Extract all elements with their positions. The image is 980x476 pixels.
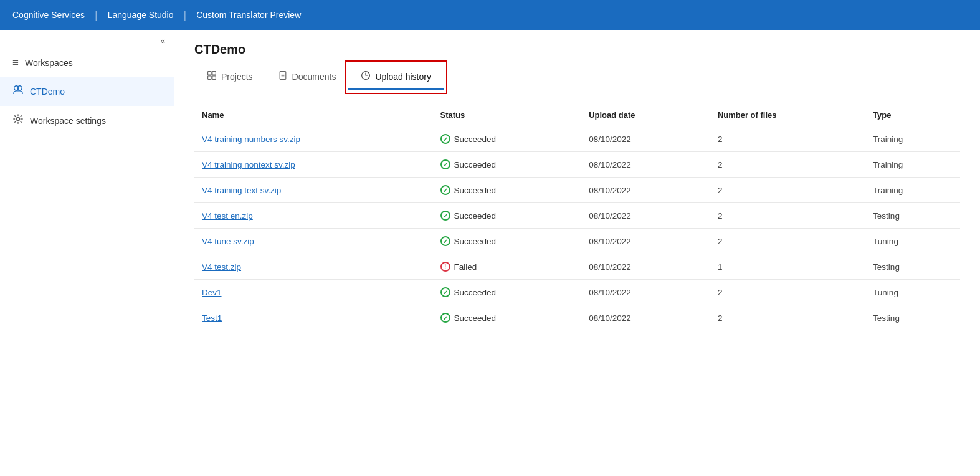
status-success-icon: ✓ bbox=[440, 313, 450, 323]
svg-point-2 bbox=[16, 117, 19, 120]
cell-num-files: 1 bbox=[710, 254, 865, 280]
nav-custom-translator[interactable]: Custom Translator Preview bbox=[196, 10, 301, 20]
cell-status: ✓Succeeded bbox=[433, 152, 582, 178]
nav-sep-1: | bbox=[95, 9, 98, 22]
cell-type: Training bbox=[865, 126, 960, 152]
cell-name[interactable]: Dev1 bbox=[194, 280, 433, 305]
status-text: Succeeded bbox=[454, 288, 497, 297]
nav-language-studio[interactable]: Language Studio bbox=[108, 10, 174, 20]
table-row: V4 test en.zip✓Succeeded08/10/20222Testi… bbox=[194, 203, 960, 229]
sidebar-item-ctdemo[interactable]: CTDemo bbox=[0, 77, 174, 106]
cell-upload-date: 08/10/2022 bbox=[581, 229, 710, 254]
documents-tab-icon bbox=[278, 70, 288, 82]
cell-num-files: 2 bbox=[710, 152, 865, 178]
sidebar-item-workspaces[interactable]: ≡ Workspaces bbox=[0, 49, 174, 77]
upload-history-table: Name Status Upload date Number of files … bbox=[194, 105, 960, 330]
cell-name[interactable]: V4 test.zip bbox=[194, 254, 433, 280]
svg-rect-3 bbox=[208, 72, 212, 75]
svg-rect-4 bbox=[212, 72, 216, 75]
cell-name[interactable]: Test1 bbox=[194, 305, 433, 331]
sidebar-collapse-button[interactable]: « bbox=[0, 30, 174, 49]
cell-upload-date: 08/10/2022 bbox=[581, 126, 710, 152]
status-text: Succeeded bbox=[454, 211, 497, 221]
status-text: Failed bbox=[454, 262, 477, 272]
col-header-upload-date: Upload date bbox=[581, 105, 710, 126]
cell-type: Tuning bbox=[865, 280, 960, 305]
col-header-num-files: Number of files bbox=[710, 105, 865, 126]
table-row: V4 training nontext sv.zip✓Succeeded08/1… bbox=[194, 152, 960, 178]
status-success-icon: ✓ bbox=[440, 287, 450, 297]
cell-status: !Failed bbox=[433, 254, 582, 280]
table-row: V4 test.zip!Failed08/10/20221Testing bbox=[194, 254, 960, 280]
status-text: Succeeded bbox=[454, 135, 497, 144]
col-header-name: Name bbox=[194, 105, 433, 126]
cell-type: Training bbox=[865, 178, 960, 203]
table-row: Dev1✓Succeeded08/10/20222Tuning bbox=[194, 280, 960, 305]
cell-name[interactable]: V4 training nontext sv.zip bbox=[194, 152, 433, 178]
tab-documents-label: Documents bbox=[292, 72, 336, 82]
cell-status: ✓Succeeded bbox=[433, 280, 582, 305]
workspaces-icon: ≡ bbox=[12, 57, 19, 69]
sidebar-item-label-ctdemo: CTDemo bbox=[30, 87, 65, 97]
cell-name[interactable]: V4 training text sv.zip bbox=[194, 178, 433, 203]
cell-status: ✓Succeeded bbox=[433, 305, 582, 331]
status-text: Succeeded bbox=[454, 237, 497, 246]
svg-rect-7 bbox=[280, 72, 286, 80]
table-row: V4 training numbers sv.zip✓Succeeded08/1… bbox=[194, 126, 960, 152]
top-nav: Cognitive Services | Language Studio | C… bbox=[0, 0, 980, 30]
content-header: CTDemo Projects bbox=[174, 30, 980, 90]
projects-tab-icon bbox=[207, 70, 217, 82]
sidebar: « ≡ Workspaces CTDemo Works bbox=[0, 30, 174, 476]
cell-status: ✓Succeeded bbox=[433, 229, 582, 254]
sidebar-item-label-workspaces: Workspaces bbox=[25, 58, 73, 68]
cell-type: Testing bbox=[865, 254, 960, 280]
ctdemo-icon bbox=[12, 84, 24, 98]
status-success-icon: ✓ bbox=[440, 185, 450, 195]
cell-name[interactable]: V4 test en.zip bbox=[194, 203, 433, 229]
status-success-icon: ✓ bbox=[440, 236, 450, 246]
main-content: CTDemo Projects bbox=[174, 30, 980, 476]
status-success-icon: ✓ bbox=[440, 159, 450, 169]
cell-num-files: 2 bbox=[710, 203, 865, 229]
cell-upload-date: 08/10/2022 bbox=[581, 254, 710, 280]
tab-upload-history[interactable]: Upload history bbox=[348, 64, 444, 90]
sidebar-item-label-workspace-settings: Workspace settings bbox=[30, 116, 106, 126]
tab-projects[interactable]: Projects bbox=[194, 64, 265, 90]
cell-upload-date: 08/10/2022 bbox=[581, 280, 710, 305]
workspace-title: CTDemo bbox=[194, 42, 960, 57]
cell-type: Tuning bbox=[865, 229, 960, 254]
status-failed-icon: ! bbox=[440, 262, 450, 272]
svg-point-1 bbox=[17, 86, 22, 90]
cell-upload-date: 08/10/2022 bbox=[581, 305, 710, 331]
nav-sep-2: | bbox=[184, 9, 187, 22]
status-text: Succeeded bbox=[454, 313, 497, 323]
cell-name[interactable]: V4 tune sv.zip bbox=[194, 229, 433, 254]
sidebar-item-workspace-settings[interactable]: Workspace settings bbox=[0, 106, 174, 135]
cell-status: ✓Succeeded bbox=[433, 126, 582, 152]
tab-projects-label: Projects bbox=[221, 72, 253, 82]
workspace-settings-icon bbox=[12, 113, 24, 128]
status-success-icon: ✓ bbox=[440, 211, 450, 221]
table-row: V4 tune sv.zip✓Succeeded08/10/20222Tunin… bbox=[194, 229, 960, 254]
cell-upload-date: 08/10/2022 bbox=[581, 203, 710, 229]
cell-upload-date: 08/10/2022 bbox=[581, 152, 710, 178]
cell-name[interactable]: V4 training numbers sv.zip bbox=[194, 126, 433, 152]
cell-upload-date: 08/10/2022 bbox=[581, 178, 710, 203]
svg-rect-5 bbox=[208, 76, 212, 80]
svg-rect-6 bbox=[212, 76, 216, 80]
table-row: V4 training text sv.zip✓Succeeded08/10/2… bbox=[194, 178, 960, 203]
upload-history-table-area: Name Status Upload date Number of files … bbox=[174, 90, 980, 476]
cell-status: ✓Succeeded bbox=[433, 178, 582, 203]
cell-type: Testing bbox=[865, 305, 960, 331]
status-success-icon: ✓ bbox=[440, 134, 450, 144]
col-header-status: Status bbox=[433, 105, 582, 126]
cell-type: Training bbox=[865, 152, 960, 178]
nav-cognitive-services[interactable]: Cognitive Services bbox=[12, 10, 85, 20]
cell-status: ✓Succeeded bbox=[433, 203, 582, 229]
cell-num-files: 2 bbox=[710, 178, 865, 203]
tab-documents[interactable]: Documents bbox=[265, 64, 349, 90]
cell-num-files: 2 bbox=[710, 305, 865, 331]
cell-num-files: 2 bbox=[710, 280, 865, 305]
upload-history-tab-icon bbox=[361, 70, 371, 82]
status-text: Succeeded bbox=[454, 186, 497, 195]
